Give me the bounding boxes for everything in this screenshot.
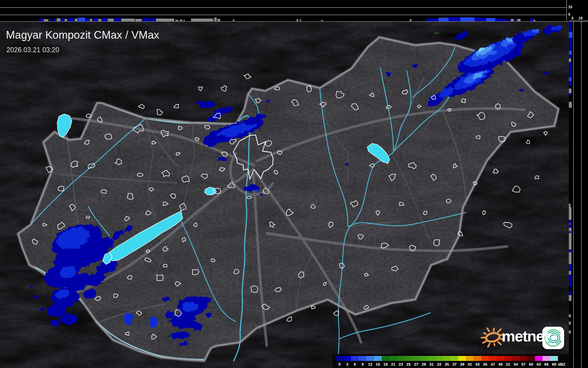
radar-echo <box>411 62 417 66</box>
profile-segment <box>569 55 571 58</box>
profile-segment <box>569 58 571 62</box>
colorbar-tick: 3 <box>343 362 351 367</box>
colorbar-cell <box>489 356 497 361</box>
profile-segment <box>49 19 51 21</box>
right-axis-label-10: 10 <box>579 17 582 20</box>
profile-segment <box>486 18 495 21</box>
profile-segment <box>569 271 571 274</box>
profile-segment <box>427 19 439 21</box>
radar-echo <box>543 70 548 73</box>
profile-segment <box>300 19 301 21</box>
colorbar-cell <box>435 356 443 361</box>
profile-segment <box>93 18 98 21</box>
profile-segment <box>569 69 572 77</box>
profile-segment <box>569 81 572 86</box>
profile-segment <box>449 17 460 21</box>
profile-segment <box>86 19 89 21</box>
profile-segment <box>569 77 571 81</box>
profile-segment <box>233 19 234 21</box>
colorbar-tick: 12 <box>366 362 374 367</box>
profile-segment <box>569 314 571 317</box>
colorbar-cell <box>428 356 435 361</box>
colorbar-tick: 69 <box>550 362 558 367</box>
colorbar-tick: 54 <box>512 362 520 367</box>
profile-segment <box>156 19 174 21</box>
colorbar-tick: 6 <box>351 362 359 367</box>
profile-segment <box>569 62 572 69</box>
colorbar-cell <box>466 356 474 361</box>
profile-segment <box>569 249 571 252</box>
colorbar-tick: 41 <box>466 362 474 367</box>
profile-segment <box>297 19 298 21</box>
colorbar-cell <box>397 356 405 361</box>
profile-segment <box>533 20 535 21</box>
sun-icon <box>481 328 503 347</box>
profile-segment <box>569 331 571 333</box>
profile-segment <box>569 322 571 325</box>
colorbar-tick: 27 <box>412 362 420 367</box>
profile-segment <box>506 20 510 21</box>
profile-segment <box>495 19 502 21</box>
colorbar-tick: 18 <box>382 362 389 367</box>
colorbar-tick: 45 <box>481 362 489 367</box>
page-title: Magyar Kompozit CMax / VMax <box>6 29 159 41</box>
profile-segment <box>569 32 572 38</box>
radar-echo <box>199 295 209 302</box>
profile-segment <box>569 102 572 108</box>
colorbar-cell <box>412 356 420 361</box>
radar-echo <box>33 294 38 297</box>
profile-segment <box>44 19 48 21</box>
radar-echo <box>345 162 349 164</box>
radar-echo <box>164 310 173 317</box>
map-top-edge <box>0 21 569 22</box>
colorbar-cell <box>550 356 558 361</box>
colorbar-cell <box>336 356 343 361</box>
colorbar-cell <box>512 356 520 361</box>
profile-segment <box>65 19 67 21</box>
colorbar-tick: 25 <box>405 362 412 367</box>
colorbar-tick: 57 <box>520 362 527 367</box>
colorbar-tick: 35 <box>443 362 451 367</box>
colorbar-tick: 60 <box>527 362 535 367</box>
profile-segment <box>61 18 64 21</box>
profile-segment <box>57 18 60 21</box>
colorbar-cell <box>497 356 504 361</box>
right-axis-label-5: 5 <box>571 17 574 20</box>
profile-segment <box>569 204 571 207</box>
profile-segment <box>175 20 178 21</box>
hungary-radar-map <box>0 21 569 368</box>
vmax-right-profile-panel <box>569 21 588 368</box>
profile-segment <box>425 19 427 21</box>
profile-segment <box>142 18 150 21</box>
profile-segment <box>514 19 517 21</box>
radar-echo <box>188 321 202 329</box>
colorbar-cell <box>351 356 359 361</box>
profile-segment <box>569 295 571 301</box>
colorbar-cell <box>389 356 397 361</box>
radar-echo <box>123 312 132 324</box>
colorbar-tick: 66 <box>543 362 550 367</box>
radar-echo <box>264 99 270 102</box>
colorbar-cell <box>374 356 382 361</box>
colorbar-tick: 49 <box>497 362 504 367</box>
profile-segment <box>90 19 92 21</box>
radar-echo <box>258 192 263 194</box>
profile-segment <box>460 17 475 21</box>
colorbar-tick: 9 <box>359 362 366 367</box>
colorbar-tick: 47 <box>489 362 497 367</box>
profile-segment <box>108 19 114 21</box>
profile-segment <box>569 220 571 224</box>
colorbar-cell <box>535 356 543 361</box>
colorbar-unit-label: dBZ <box>558 362 565 367</box>
colorbar-tick: 63 <box>535 362 543 367</box>
colorbar-tick: 39 <box>458 362 466 367</box>
radar-echo <box>148 315 156 326</box>
colorbar-tick-labels: 0369121518212325272931333537394143454749… <box>336 362 558 367</box>
radar-echo <box>203 311 210 316</box>
profile-segment <box>214 17 217 21</box>
profile-segment <box>135 19 142 21</box>
profile-segment <box>102 18 107 21</box>
radar-echo <box>179 341 188 345</box>
profile-segment <box>569 51 572 55</box>
colorbar-tick: 31 <box>428 362 435 367</box>
